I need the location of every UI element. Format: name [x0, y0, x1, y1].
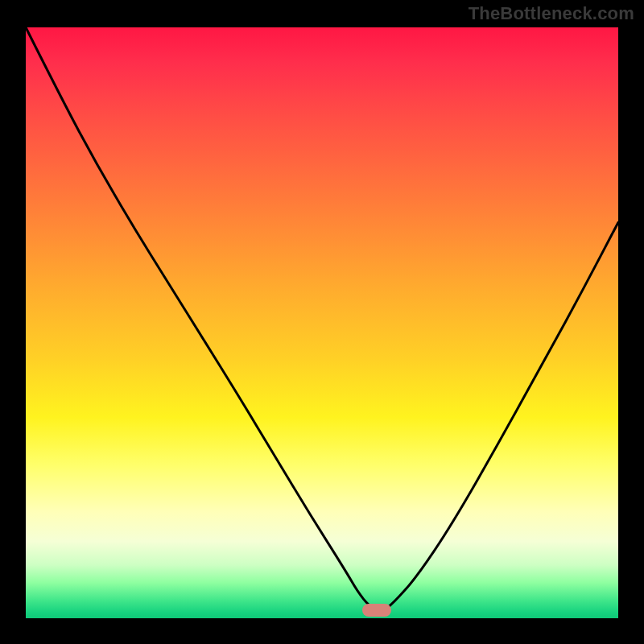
bottleneck-curve: [26, 27, 618, 610]
curve-overlay: [26, 27, 618, 618]
watermark-text: TheBottleneck.com: [469, 3, 634, 24]
plot-area: [26, 27, 618, 618]
optimal-point-marker: [362, 604, 391, 617]
chart-stage: TheBottleneck.com: [0, 0, 644, 644]
